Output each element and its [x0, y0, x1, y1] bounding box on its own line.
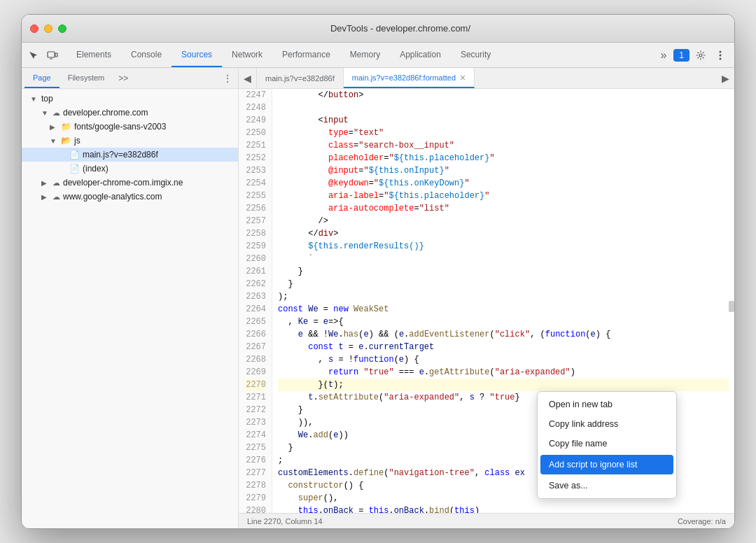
file-icon: 📄: [69, 164, 80, 174]
arrow-right-icon: ▶: [50, 123, 58, 131]
line-num: 2247: [244, 89, 266, 101]
minimize-button[interactable]: [44, 24, 52, 33]
tree-label-top: top: [41, 94, 53, 104]
panel-action-button[interactable]: ⋮: [220, 71, 235, 86]
context-menu-add-to-ignore[interactable]: Add script to ignore list: [540, 455, 673, 474]
code-line: <input: [278, 114, 729, 127]
line-num: 2268: [244, 353, 266, 366]
chat-badge[interactable]: 1: [673, 49, 690, 62]
tree-item-imgix[interactable]: ▶ ☁ developer-chrome-com.imgix.ne: [22, 176, 238, 190]
tab-console[interactable]: Console: [121, 43, 172, 67]
editor-tab-mainjs[interactable]: main.js?v=e382d86f: [257, 68, 344, 88]
line-num: 2252: [244, 152, 266, 164]
code-line: , s = !function(e) {: [278, 353, 729, 366]
tree-label-fonts: fonts/google-sans-v2003: [74, 122, 166, 132]
right-panel: ◀ main.js?v=e382d86f main.js?v=e382d86f:…: [239, 68, 734, 528]
tree-item-developer-chrome[interactable]: ▼ ☁ developer.chrome.com: [22, 106, 238, 120]
tree-label-mainjs: main.js?v=e382d86f: [83, 150, 158, 160]
tab-security[interactable]: Security: [451, 43, 500, 67]
line-num: 2254: [244, 177, 266, 190]
cursor-icon[interactable]: [24, 47, 41, 64]
line-num: 2275: [244, 442, 266, 454]
line-num: 2261: [244, 265, 266, 278]
editor-prev-button[interactable]: ◀: [239, 68, 257, 88]
more-options-icon[interactable]: [712, 47, 729, 64]
code-line: const We = new WeakSet: [278, 303, 729, 316]
code-line: placeholder="${this.placeholder}": [278, 152, 729, 164]
tab-elements[interactable]: Elements: [66, 43, 121, 67]
svg-point-4: [720, 50, 722, 52]
maximize-button[interactable]: [58, 24, 66, 33]
code-line: </div>: [278, 227, 729, 240]
code-line: , Ke = e=>{: [278, 316, 729, 328]
panel-tabs: Page Filesystem >> ⋮: [22, 68, 238, 89]
code-line: this.onBack = this.onBack.bind(this): [278, 505, 729, 513]
line-num: 2263: [244, 290, 266, 303]
svg-rect-1: [55, 53, 57, 57]
line-numbers: 2247 2248 2249 2250 2251 2252 2253 2254 …: [239, 89, 272, 513]
code-line: e && !We.has(e) && (e.addEventListener("…: [278, 328, 729, 341]
close-button[interactable]: [30, 24, 38, 33]
tree-item-analytics[interactable]: ▶ ☁ www.google-analytics.com: [22, 190, 238, 204]
line-num: 2278: [244, 479, 266, 492]
tree-label-index: (index): [83, 164, 108, 174]
line-num: 2257: [244, 215, 266, 227]
code-line: }: [278, 265, 729, 278]
cloud-icon: ☁: [52, 192, 60, 202]
svg-point-3: [699, 54, 702, 57]
close-icon[interactable]: ×: [460, 73, 465, 83]
tree-item-top[interactable]: ▼ top: [22, 92, 238, 106]
tree-item-js[interactable]: ▼ 📂 js: [22, 134, 238, 148]
editor-tab-mainjs-formatted[interactable]: main.js?v=e382d86f:formatted ×: [344, 68, 475, 88]
editor-next-button[interactable]: ▶: [716, 68, 734, 88]
context-menu-open-new-tab[interactable]: Open in new tab: [538, 395, 676, 414]
left-panel: Page Filesystem >> ⋮ ▼ top ▼ ☁: [22, 68, 239, 528]
tabs-right: » 1: [656, 43, 732, 67]
tree-label-analytics: www.google-analytics.com: [63, 192, 162, 202]
folder-open-icon: 📂: [61, 136, 71, 146]
code-line: `: [278, 253, 729, 265]
tab-memory[interactable]: Memory: [340, 43, 390, 67]
cloud-icon: ☁: [52, 108, 60, 118]
code-line: const t = e.currentTarget: [278, 341, 729, 353]
tab-performance[interactable]: Performance: [272, 43, 340, 67]
more-panel-tabs[interactable]: >>: [115, 68, 131, 88]
line-num: 2260: [244, 253, 266, 265]
tree-item-index[interactable]: ▶ 📄 (index): [22, 162, 238, 176]
status-bar: Line 2270, Column 14 Coverage: n/a: [239, 513, 734, 528]
code-line: ${this.renderResults()}: [278, 240, 729, 253]
arrow-down-icon: ▼: [30, 95, 38, 103]
settings-icon[interactable]: [692, 47, 709, 64]
tab-sources[interactable]: Sources: [172, 43, 222, 67]
tab-filesystem[interactable]: Filesystem: [59, 68, 113, 88]
line-num: 2248: [244, 101, 266, 114]
devtools-tabs-bar: Elements Console Sources Network Perform…: [22, 43, 734, 68]
tree-item-fonts[interactable]: ▶ 📁 fonts/google-sans-v2003: [22, 120, 238, 134]
context-menu-copy-link[interactable]: Copy link address: [538, 414, 676, 434]
device-icon[interactable]: [44, 47, 61, 64]
tab-icon-group: [24, 43, 61, 67]
svg-point-6: [720, 57, 722, 59]
editor-tab-label: main.js?v=e382d86f:formatted: [352, 73, 456, 82]
context-menu-copy-filename[interactable]: Copy file name: [538, 434, 676, 453]
tab-page[interactable]: Page: [24, 68, 59, 88]
code-line: }: [278, 278, 729, 290]
tree-label-imgix: developer-chrome-com.imgix.ne: [63, 178, 183, 188]
code-line: aria-label="${this.placeholder}": [278, 190, 729, 202]
tab-network[interactable]: Network: [222, 43, 272, 67]
code-line: @keydown="${this.onKeyDown}": [278, 177, 729, 190]
line-num: 2277: [244, 467, 266, 479]
code-line: aria-autocomplete="list": [278, 202, 729, 215]
arrow-down-icon: ▼: [50, 137, 58, 145]
line-num: 2269: [244, 366, 266, 379]
context-menu-save-as[interactable]: Save as...: [538, 476, 676, 495]
line-num: 2255: [244, 190, 266, 202]
line-num: 2265: [244, 316, 266, 328]
more-tabs-button[interactable]: »: [656, 49, 671, 62]
tab-application[interactable]: Application: [390, 43, 451, 67]
tree-item-mainjs[interactable]: ▶ 📄 main.js?v=e382d86f: [22, 148, 238, 162]
code-line: </button>: [278, 89, 729, 101]
line-num-highlighted: 2270: [244, 379, 266, 391]
code-line: class="search-box__input": [278, 139, 729, 152]
cloud-icon: ☁: [52, 178, 60, 188]
